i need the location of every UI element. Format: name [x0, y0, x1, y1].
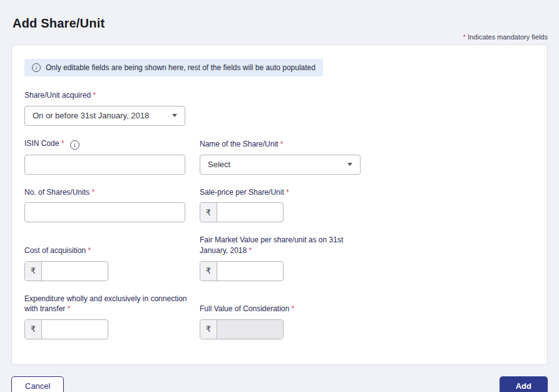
sale-price-label: Sale-price per Share/Unit *	[200, 187, 364, 198]
add-share-unit-page: Add Share/Unit * Indicates mandatory fie…	[0, 0, 559, 392]
required-asterisk: *	[68, 304, 71, 313]
info-icon	[32, 63, 41, 72]
no-of-shares-units-label: No. of Shares/Units *	[24, 187, 192, 198]
required-asterisk: *	[286, 188, 289, 197]
form-card: Only editable fields are being shown her…	[11, 44, 548, 365]
mandatory-note-text: Indicates mandatory fields	[466, 33, 548, 41]
fair-market-value-input[interactable]	[217, 262, 283, 281]
page-title: Add Share/Unit	[13, 16, 548, 31]
cost-of-acquisition-label: Cost of acquisition *	[24, 245, 192, 256]
field-full-value-consideration: Full Value of Consideration * ₹	[200, 304, 364, 339]
isin-code-input[interactable]	[24, 155, 185, 175]
required-asterisk: *	[292, 304, 295, 313]
fair-market-value-label: Fair Market Value per share/unit as on 3…	[200, 235, 364, 255]
field-isin-code: ISIN Code *	[24, 138, 200, 175]
rupee-prefix: ₹	[200, 320, 217, 339]
full-value-consideration-input	[217, 320, 283, 339]
cost-of-acquisition-input[interactable]	[42, 262, 108, 281]
required-asterisk: *	[61, 139, 64, 148]
required-asterisk: *	[93, 91, 96, 100]
field-sale-price: Sale-price per Share/Unit * ₹	[200, 187, 364, 223]
field-expenditure-transfer: Expenditure wholly and exclusively in co…	[24, 294, 200, 339]
info-banner-text: Only editable fields are being shown her…	[46, 63, 315, 72]
field-no-of-shares-units: No. of Shares/Units *	[24, 187, 200, 223]
field-share-unit-acquired: Share/Unit acquired * On or before 31st …	[24, 90, 200, 126]
add-button[interactable]: Add	[500, 376, 548, 392]
sale-price-input-group: ₹	[200, 202, 284, 222]
form-row: Expenditure wholly and exclusively in co…	[24, 294, 535, 339]
form-row: No. of Shares/Units * Sale-price per Sha…	[24, 187, 535, 223]
cancel-button[interactable]: Cancel	[11, 376, 64, 392]
share-unit-acquired-select[interactable]: On or before 31st January, 2018	[24, 106, 185, 126]
name-of-share-unit-value: Select	[208, 160, 230, 169]
rupee-prefix: ₹	[200, 203, 217, 222]
expenditure-transfer-input-group: ₹	[24, 319, 108, 339]
field-name-of-share-unit: Name of the Share/Unit * Select	[200, 139, 364, 175]
required-asterisk: *	[91, 188, 95, 197]
chevron-down-icon	[347, 163, 352, 166]
full-value-consideration-label: Full Value of Consideration *	[200, 304, 364, 314]
mandatory-fields-note: * Indicates mandatory fields	[11, 33, 548, 41]
expenditure-transfer-label: Expenditure wholly and exclusively in co…	[24, 294, 192, 314]
form-row: Cost of acquisition * ₹ Fair Market Valu…	[24, 235, 535, 281]
rupee-prefix: ₹	[25, 320, 42, 339]
form-actions: Cancel Add	[11, 376, 548, 392]
isin-code-label: ISIN Code *	[24, 138, 192, 150]
field-fair-market-value: Fair Market Value per share/unit as on 3…	[200, 235, 364, 281]
required-asterisk: *	[280, 140, 284, 148]
sale-price-input[interactable]	[217, 203, 283, 222]
isin-info-icon[interactable]	[70, 140, 79, 150]
required-asterisk: *	[249, 246, 252, 255]
share-unit-acquired-value: On or before 31st January, 2018	[33, 111, 149, 120]
form-row: Share/Unit acquired * On or before 31st …	[24, 90, 535, 126]
name-of-share-unit-select[interactable]: Select	[200, 155, 361, 175]
full-value-consideration-input-group: ₹	[200, 319, 284, 339]
rupee-prefix: ₹	[200, 262, 217, 281]
share-unit-acquired-label: Share/Unit acquired *	[24, 90, 192, 101]
rupee-prefix: ₹	[25, 262, 42, 281]
form-row: ISIN Code * Name of the Share/Unit * Sel…	[24, 138, 535, 175]
info-banner: Only editable fields are being shown her…	[24, 59, 323, 76]
required-asterisk: *	[88, 246, 91, 255]
fair-market-value-input-group: ₹	[200, 261, 284, 281]
cost-of-acquisition-input-group: ₹	[24, 261, 108, 281]
expenditure-transfer-input[interactable]	[42, 320, 108, 339]
chevron-down-icon	[172, 114, 177, 117]
share-unit-form: Share/Unit acquired * On or before 31st …	[24, 90, 535, 339]
name-of-share-unit-label: Name of the Share/Unit *	[200, 139, 364, 150]
field-cost-of-acquisition: Cost of acquisition * ₹	[24, 245, 200, 281]
no-of-shares-units-input[interactable]	[24, 202, 185, 222]
